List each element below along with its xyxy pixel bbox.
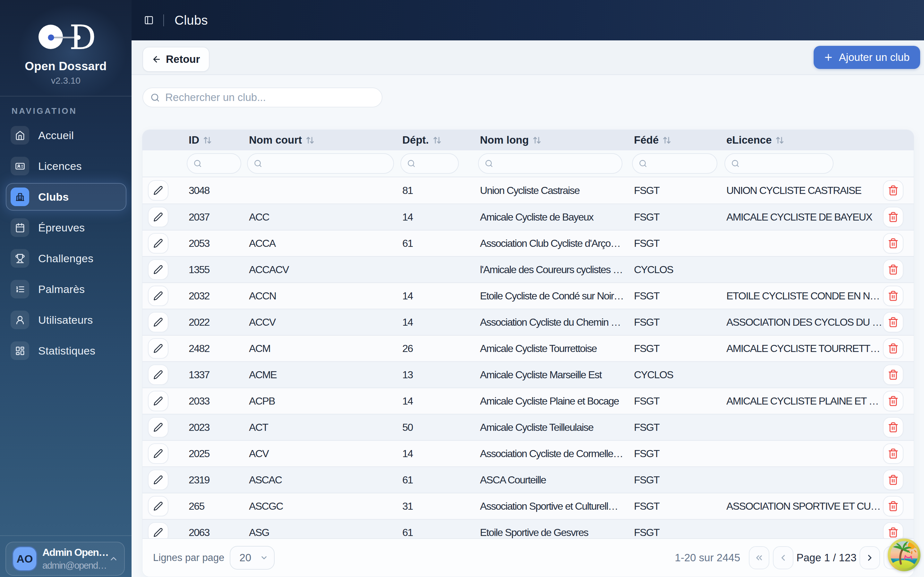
- cell-nom-court: ACCACV: [241, 264, 394, 276]
- edit-row-button[interactable]: [148, 364, 168, 385]
- open-dossard-logo: D: [0, 0, 132, 53]
- edit-row-button[interactable]: [148, 259, 168, 280]
- delete-row-button[interactable]: [883, 207, 903, 227]
- filter-input-elicence[interactable]: [724, 153, 834, 174]
- delete-row-button[interactable]: [883, 522, 903, 538]
- dashboard-icon: [11, 342, 29, 360]
- column-header-elicence[interactable]: eLicence: [718, 134, 883, 146]
- cell-nom-long: Amicale Cycliste Marseille Est: [472, 369, 626, 381]
- cell-id: 1337: [180, 369, 241, 381]
- edit-row-button[interactable]: [148, 312, 168, 332]
- delete-row-button[interactable]: [883, 470, 903, 490]
- filter-input-id-field[interactable]: [206, 158, 235, 169]
- add-club-button[interactable]: Ajouter un club: [814, 46, 920, 69]
- cell-nom-court: ACME: [241, 369, 394, 381]
- table-row: 1355 ACCACV l'Amicale des Coureurs cycli…: [142, 256, 914, 282]
- filter-input-fede[interactable]: [632, 153, 717, 174]
- cell-dept: 14: [394, 290, 472, 302]
- table-row: 3048 81 Union Cycliste Castraise FSGT UN…: [142, 177, 914, 203]
- edit-row-button[interactable]: [148, 522, 168, 538]
- building-icon: [11, 187, 29, 206]
- sidebar-item-accueil[interactable]: Accueil: [6, 121, 126, 149]
- club-search[interactable]: [142, 87, 383, 107]
- club-search-input[interactable]: [165, 91, 375, 103]
- edit-row-button[interactable]: [148, 443, 168, 464]
- filter-input-court-field[interactable]: [266, 158, 388, 169]
- table-filter-row: [142, 150, 914, 177]
- user-menu[interactable]: AO Admin Open… admin@opend…: [5, 542, 125, 576]
- edit-row-button[interactable]: [148, 391, 168, 411]
- sidebar-item-epreuves[interactable]: Épreuves: [6, 214, 126, 242]
- delete-row-button[interactable]: [883, 496, 903, 516]
- column-header-longname[interactable]: Nom long: [472, 134, 626, 146]
- delete-row-button[interactable]: [883, 259, 903, 280]
- filter-input-id[interactable]: [187, 153, 241, 174]
- sidebar-item-statistiques[interactable]: Statistiques: [6, 337, 126, 364]
- table-row: 2482 ACM 26 Amicale Cycliste Tourrettois…: [142, 335, 914, 361]
- cell-id: 2482: [180, 343, 241, 355]
- pencil-icon: [153, 475, 163, 485]
- app-root: D Open Dossard v2.3.10 NAVIGATION Accuei…: [0, 0, 924, 577]
- edit-row-button[interactable]: [148, 470, 168, 490]
- edit-row-button[interactable]: [148, 285, 168, 306]
- edit-row-button[interactable]: [148, 180, 168, 201]
- cell-dept: 14: [394, 211, 472, 223]
- delete-row-button[interactable]: [883, 391, 903, 411]
- delete-row-button[interactable]: [883, 364, 903, 385]
- delete-row-button[interactable]: [883, 338, 903, 359]
- pencil-icon: [153, 396, 163, 406]
- next-page-button[interactable]: [859, 546, 880, 569]
- chevron-down-icon: [260, 554, 268, 562]
- delete-row-button[interactable]: [883, 285, 903, 306]
- cell-elicence: ASSOCIATION SPORTIVE ET CU…: [718, 500, 883, 512]
- cell-nom-court: ACCV: [241, 316, 394, 328]
- pagination-range: 1-20 sur 2445: [675, 552, 740, 564]
- sidebar-item-utilisateurs[interactable]: Utilisateurs: [6, 306, 126, 334]
- edit-row-button[interactable]: [148, 233, 168, 253]
- cell-nom-long: Association Cycliste du Chemin …: [472, 316, 626, 328]
- filter-input-dept[interactable]: [401, 153, 459, 174]
- filter-input-dept-field[interactable]: [419, 158, 452, 169]
- edit-row-button[interactable]: [148, 496, 168, 516]
- delete-row-button[interactable]: [883, 180, 903, 201]
- sidebar-toggle-button[interactable]: [144, 15, 153, 25]
- cell-elicence: UNION CYCLISTE CASTRAISE: [718, 185, 883, 197]
- sidebar-item-challenges[interactable]: Challenges: [6, 245, 126, 272]
- palm-island-badge[interactable]: [888, 538, 921, 571]
- filter-input-fede-field[interactable]: [651, 158, 711, 169]
- filter-input-elicence-field[interactable]: [743, 158, 827, 169]
- rows-per-page-select[interactable]: 20: [230, 546, 275, 570]
- column-header-fede[interactable]: Fédé: [626, 134, 718, 146]
- edit-row-button[interactable]: [148, 338, 168, 359]
- delete-row-button[interactable]: [883, 443, 903, 464]
- cell-nom-court: ACPB: [241, 395, 394, 407]
- column-header-dept[interactable]: Dépt.: [394, 134, 472, 146]
- sidebar-item-palmares[interactable]: Palmarès: [6, 276, 126, 303]
- previous-page-button[interactable]: [773, 546, 793, 569]
- cell-dept: 61: [394, 527, 472, 538]
- cell-dept: 13: [394, 369, 472, 381]
- filter-input-longname[interactable]: [478, 153, 622, 174]
- sidebar-item-licences[interactable]: Licences: [6, 152, 126, 180]
- first-page-button[interactable]: [749, 546, 769, 569]
- cell-nom-court: ACV: [241, 448, 394, 460]
- back-button[interactable]: Retour: [142, 47, 210, 72]
- sidebar-item-label: Licences: [38, 160, 82, 172]
- table-row: 265 ASCGC 31 Association Sportive et Cul…: [142, 493, 914, 519]
- search-icon: [485, 159, 493, 168]
- sidebar-item-clubs[interactable]: Clubs: [6, 183, 126, 211]
- filter-input-longname-field[interactable]: [497, 158, 616, 169]
- filter-input-court[interactable]: [247, 153, 394, 174]
- column-header-id[interactable]: ID: [180, 134, 241, 146]
- cell-nom-long: ASCA Courteille: [472, 474, 626, 486]
- edit-row-button[interactable]: [148, 207, 168, 227]
- edit-row-button[interactable]: [148, 417, 168, 438]
- trash-icon: [888, 501, 899, 512]
- user-name: Admin Open…: [42, 546, 109, 558]
- add-club-button-label: Ajouter un club: [839, 51, 909, 63]
- cell-nom-long: Association Cycliste de Cormelle…: [472, 448, 626, 460]
- column-header-court[interactable]: Nom court: [241, 134, 394, 146]
- delete-row-button[interactable]: [883, 312, 903, 332]
- delete-row-button[interactable]: [883, 417, 903, 438]
- delete-row-button[interactable]: [883, 233, 903, 253]
